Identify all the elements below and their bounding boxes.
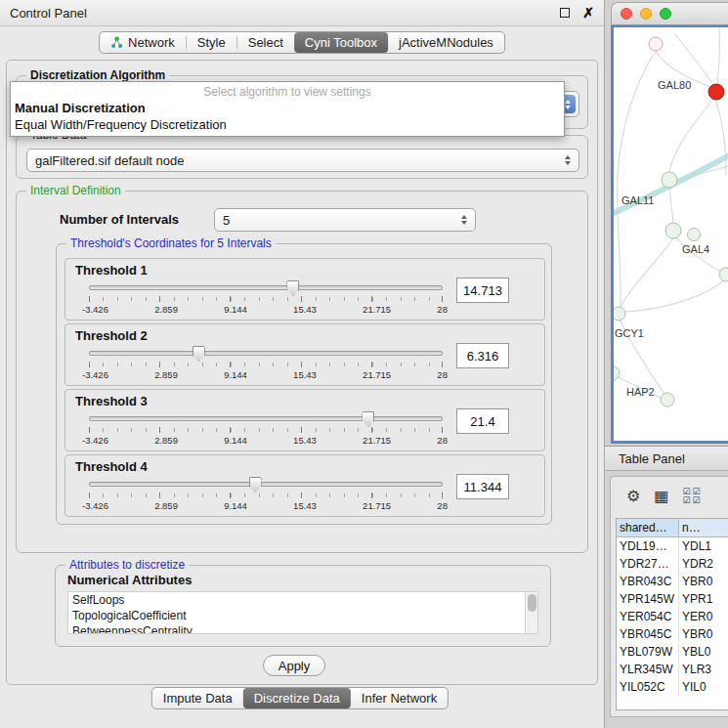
threshold-4-box: Threshold 4 -3.4262.8599.14415.4321.7152… — [64, 454, 545, 517]
thresholds-group: Threshold's Coordinates for 5 Intervals … — [56, 243, 552, 525]
tick-label: 15.43 — [293, 369, 317, 380]
slider-thumb[interactable] — [286, 280, 299, 296]
apply-button[interactable]: Apply — [263, 655, 325, 676]
number-of-intervals-combobox[interactable]: 5 — [214, 208, 476, 232]
threshold-4-slider[interactable]: -3.4262.8599.14415.4321.71528 — [89, 477, 443, 512]
number-of-intervals-value: 5 — [223, 213, 230, 228]
list-item[interactable]: TopologicalCoefficient — [68, 608, 537, 623]
columns-icon[interactable]: ▦ — [654, 489, 668, 504]
slider-thumb[interactable] — [193, 346, 205, 362]
cell-name[interactable]: YBL0 — [679, 643, 728, 661]
slider-thumb[interactable] — [362, 411, 374, 427]
network-node-selected[interactable] — [708, 84, 724, 100]
tab-discretize-data-label: Discretize Data — [254, 691, 340, 706]
close-traffic-light[interactable] — [621, 8, 632, 20]
tab-cyni-toolbox[interactable]: Cyni Toolbox — [294, 32, 388, 53]
node-label: HAP2 — [626, 386, 655, 398]
cell-name[interactable]: YBR0 — [679, 573, 728, 590]
tab-infer-network[interactable]: Infer Network — [351, 688, 448, 708]
cell-name[interactable]: YDR2 — [679, 555, 728, 573]
network-window-titlebar[interactable] — [611, 2, 728, 25]
network-nodes — [614, 37, 728, 407]
numerical-attributes-list[interactable]: SelfLoops TopologicalCoefficient Between… — [67, 591, 538, 634]
network-node[interactable] — [719, 268, 728, 281]
table-row[interactable]: YPR145WYPR1 — [617, 590, 728, 608]
settings-gear-icon[interactable]: ⚙ — [626, 489, 640, 504]
dropdown-option-equal-width-frequency[interactable]: Equal Width/Frequency Discretization — [11, 116, 564, 136]
cell-shared-name[interactable]: YER054C — [617, 608, 679, 625]
network-node[interactable] — [688, 229, 701, 241]
threshold-3-value-field[interactable]: 21.4 — [456, 408, 509, 434]
network-node[interactable] — [649, 37, 663, 51]
table-row[interactable]: YDL19…YDL1 — [617, 537, 728, 555]
network-node[interactable] — [614, 307, 625, 321]
scrollbar-thumb[interactable] — [528, 594, 536, 612]
slider-thumb[interactable] — [249, 477, 262, 492]
network-node[interactable] — [662, 172, 677, 188]
close-icon[interactable]: ✗ — [582, 6, 594, 20]
table-row[interactable]: YBR043CYBR0 — [617, 573, 728, 590]
table-row[interactable]: YBL079WYBL0 — [617, 643, 728, 661]
cell-shared-name[interactable]: YDR27… — [617, 555, 679, 573]
threshold-4-value-field[interactable]: 11.344 — [456, 474, 509, 499]
network-node[interactable] — [665, 223, 681, 238]
table-row[interactable]: YDR27…YDR2 — [617, 555, 728, 573]
cell-name[interactable]: YPR1 — [679, 590, 728, 608]
column-header-shared-name[interactable]: shared… — [617, 519, 679, 537]
tab-select[interactable]: Select — [237, 32, 294, 53]
network-icon — [110, 36, 123, 49]
cell-shared-name[interactable]: YDL19… — [617, 537, 679, 555]
checkbox-grid-icon[interactable]: ☑ ☑ ☑ ☑ — [682, 488, 702, 505]
threshold-1-value-field[interactable]: 14.713 — [456, 278, 509, 303]
cell-name[interactable]: YIL0 — [679, 678, 728, 696]
threshold-2-slider[interactable]: -3.4262.8599.14415.4321.71528 — [89, 346, 443, 381]
network-node[interactable] — [614, 366, 620, 380]
slider-track[interactable] — [89, 482, 443, 487]
threshold-3-slider[interactable]: -3.4262.8599.14415.4321.71528 — [89, 411, 443, 447]
cell-shared-name[interactable]: YIL052C — [617, 678, 679, 696]
cell-name[interactable]: YLR3 — [679, 661, 728, 678]
table-panel-title: Table Panel — [619, 451, 685, 466]
threshold-1-slider[interactable]: -3.4262.8599.14415.4321.71528 — [89, 280, 443, 316]
table-row[interactable]: YIL052CYIL0 — [617, 678, 728, 696]
cell-shared-name[interactable]: YPR145W — [617, 590, 679, 608]
cell-shared-name[interactable]: YBL079W — [617, 643, 679, 661]
tab-style[interactable]: Style — [187, 32, 236, 53]
table-row[interactable]: YBR045CYBR0 — [617, 625, 728, 643]
slider-track[interactable] — [89, 416, 443, 421]
tab-impute-data[interactable]: Impute Data — [152, 688, 243, 708]
list-item[interactable]: SelfLoops — [68, 592, 537, 608]
tab-network[interactable]: Network — [100, 32, 186, 53]
tab-discretize-data[interactable]: Discretize Data — [243, 688, 351, 708]
cell-shared-name[interactable]: YLR345W — [617, 661, 679, 678]
column-header-name[interactable]: n… — [679, 519, 728, 537]
tick-label: -3.426 — [82, 369, 108, 380]
tick-label: -3.426 — [82, 500, 108, 511]
slider-major-ticks — [89, 362, 443, 367]
cell-shared-name[interactable]: YBR045C — [617, 625, 679, 643]
tab-jactivemnodules[interactable]: jActiveMNodules — [388, 32, 504, 53]
tick-label: 28 — [437, 500, 448, 511]
zoom-traffic-light[interactable] — [660, 8, 671, 20]
list-item[interactable]: BetweennessCentrality — [68, 623, 537, 634]
float-window-icon[interactable] — [560, 8, 570, 18]
slider-tick-labels: -3.4262.8599.14415.4321.71528 — [82, 435, 448, 446]
minimize-traffic-light[interactable] — [640, 8, 652, 20]
table-row[interactable]: YLR345WYLR3 — [617, 661, 728, 678]
threshold-2-value-field[interactable]: 6.316 — [456, 343, 509, 368]
cell-name[interactable]: YDL1 — [679, 537, 728, 555]
threshold-3-box: Threshold 3 -3.4262.8599.14415.4321.7152… — [64, 389, 545, 451]
cell-shared-name[interactable]: YBR043C — [617, 573, 679, 590]
tab-select-label: Select — [248, 35, 283, 50]
cell-name[interactable]: YER0 — [679, 608, 728, 625]
table-row[interactable]: YER054CYER0 — [617, 608, 728, 625]
dropdown-option-manual-discretization[interactable]: Manual Discretization — [11, 100, 564, 116]
interval-definition-group-title: Interval Definition — [26, 184, 125, 197]
slider-track[interactable] — [89, 285, 443, 290]
table-data-combobox[interactable]: galFiltered.sif default node — [26, 149, 579, 172]
slider-track[interactable] — [89, 351, 443, 356]
cell-name[interactable]: YBR0 — [679, 625, 728, 643]
network-canvas[interactable]: GAL80 GAL11 GAL4 GCY1 HAP2 — [614, 27, 728, 441]
network-node[interactable] — [661, 393, 674, 407]
list-scrollbar[interactable] — [525, 592, 537, 633]
